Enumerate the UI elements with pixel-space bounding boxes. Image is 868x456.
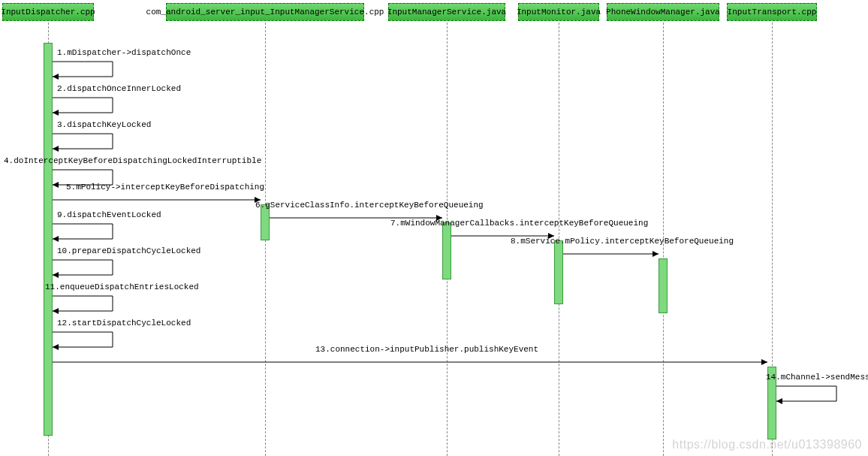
message-1-label: 1.mDispatcher->dispatchOnce [57, 48, 191, 59]
message-10-label: 10.prepareDispatchCycleLocked [57, 246, 200, 257]
message-4-label: 4.doInterceptKeyBeforeDispatchingLockedI… [4, 156, 261, 167]
message-9-label: 9.dispatchEventLocked [57, 210, 161, 221]
message-14-label: 14.mChannel->sendMessage [766, 373, 868, 383]
message-7-label: 7.mWindowManagerCallbacks.interceptKeyBe… [390, 219, 648, 229]
message-2-label: 2.dispatchOnceInnerLocked [57, 84, 181, 95]
message-3-label: 3.dispatchKeyLocked [57, 120, 151, 131]
message-8-label: 8.mService.mPolicy.interceptKeyBeforeQue… [511, 237, 734, 247]
message-5-label: 5.mPolicy->interceptKeyBeforeDispatching [66, 183, 264, 193]
message-6-label: 6.gServiceClassInfo.interceptKeyBeforeQu… [255, 201, 484, 211]
sequence-diagram: https://blog.csdn.net/u013398960 InputDi… [0, 0, 868, 456]
message-11-label: 11.enqueueDispatchEntriesLocked [45, 282, 199, 293]
message-13-label: 13.connection->inputPublisher.publishKey… [315, 345, 538, 355]
message-12-label: 12.startDispatchCycleLocked [57, 319, 191, 329]
